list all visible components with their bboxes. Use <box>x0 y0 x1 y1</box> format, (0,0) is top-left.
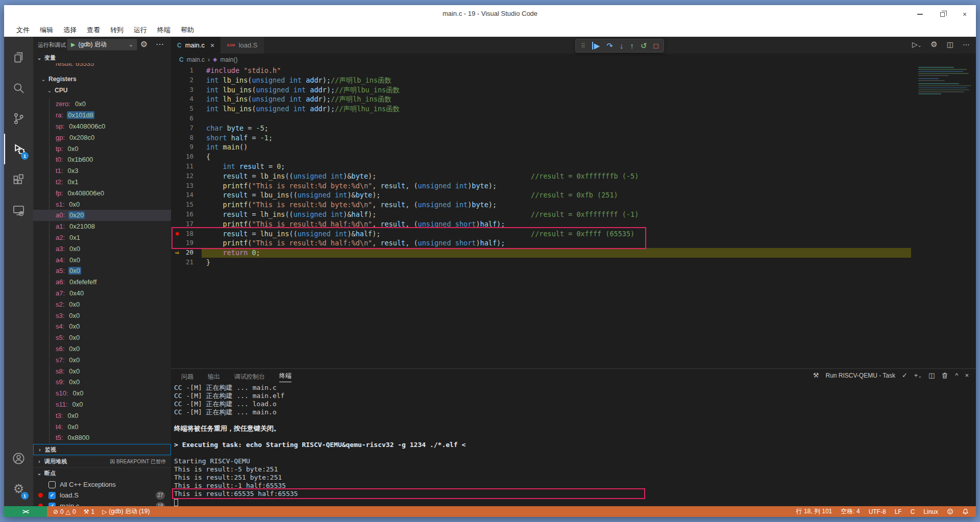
code-line[interactable]: 8short half = -1; <box>171 133 976 143</box>
encoding-setting[interactable]: UTF-8 <box>869 508 886 515</box>
breakpoint-checkbox[interactable] <box>48 481 56 488</box>
register-row[interactable]: tp:0x0 <box>33 143 171 154</box>
debug-settings-gear-icon[interactable]: ⚙ <box>140 39 148 49</box>
register-row[interactable]: a0:0x20 <box>33 210 171 221</box>
breakpoint-checkbox[interactable]: ✓ <box>48 492 56 499</box>
code-line[interactable]: 5int lhu_ins(unsigned int addr);//声明lhu_… <box>171 104 976 114</box>
code-line[interactable]: 6 <box>171 114 976 123</box>
split-editor-icon[interactable]: ◫ <box>947 40 953 48</box>
minimap[interactable] <box>917 66 974 97</box>
breakpoint-checkbox[interactable]: ✓ <box>48 503 56 507</box>
account-icon[interactable] <box>4 443 33 474</box>
debug-session-status[interactable]: ▷(gdb) 启动 (19) <box>102 507 150 516</box>
stop-icon[interactable]: □ <box>654 42 658 49</box>
breakpoints-section-header[interactable]: ⌄ 断点 <box>33 467 171 479</box>
register-row[interactable]: a2:0x1 <box>33 232 171 243</box>
code-line[interactable]: 11 int result = 0; <box>171 162 976 171</box>
language-mode[interactable]: C <box>911 508 915 515</box>
close-button[interactable]: × <box>953 5 976 23</box>
register-row[interactable]: fp:0x408006e0 <box>33 187 171 198</box>
start-debug-icon[interactable]: ▶ <box>71 41 75 48</box>
code-line[interactable]: 7char byte = -5; <box>171 123 976 133</box>
register-row[interactable]: s3:0x0 <box>33 310 171 321</box>
code-line[interactable]: 2int lb_ins(unsigned int addr);//声明lb_in… <box>171 76 976 85</box>
menu-item-运行[interactable]: 运行 <box>129 23 152 37</box>
register-row[interactable]: t4:0x0 <box>33 421 171 432</box>
register-row[interactable]: a3:0x0 <box>33 243 171 254</box>
panel-tab-问题[interactable]: 问题 <box>181 372 193 381</box>
code-line[interactable]: 1#include "stdio.h" <box>171 66 976 76</box>
code-line[interactable]: 14 result = lbu_ins((unsigned int)&byte)… <box>171 190 976 200</box>
menu-item-选择[interactable]: 选择 <box>58 23 82 37</box>
cpu-tree-item[interactable]: ⌄ CPU <box>46 87 67 94</box>
search-icon[interactable] <box>4 72 33 103</box>
register-row[interactable]: ra:0x101d8 <box>33 110 171 121</box>
problems-status[interactable]: ⊘0 △0 <box>53 508 76 515</box>
variables-section-header[interactable]: ⌄ 变量 <box>33 52 171 63</box>
code-line[interactable]: 15 printf("This is result:%d byte:%d\n",… <box>171 200 976 210</box>
register-row[interactable]: s11:0x0 <box>33 399 171 410</box>
split-terminal-icon[interactable]: ◫ <box>928 371 935 379</box>
register-row[interactable]: t5:0x8800 <box>33 432 171 443</box>
tab-load.S[interactable]: ASMload.S <box>220 37 264 54</box>
register-row[interactable]: a6:0xfefefeff <box>33 277 171 288</box>
debug-config-dropdown[interactable]: ▶ (gdb) 启动 ⌄ <box>67 39 137 51</box>
trash-icon[interactable] <box>941 372 948 379</box>
terminal-output[interactable]: CC -[M] 正在构建 ... main.cCC -[M] 正在构建 ... … <box>174 384 465 506</box>
register-row[interactable]: s4:0x0 <box>33 321 171 332</box>
remote-indicator[interactable]: >< <box>4 506 47 517</box>
code-line[interactable]: 10{ <box>171 152 976 162</box>
extensions-icon[interactable] <box>4 164 33 195</box>
source-control-icon[interactable] <box>4 103 33 134</box>
register-row[interactable]: a4:0x0 <box>33 254 171 265</box>
run-debug-icon[interactable]: 1 <box>4 134 33 164</box>
remote-icon[interactable] <box>4 195 33 226</box>
indentation-setting[interactable]: 空格: 4 <box>841 507 860 516</box>
menu-item-查看[interactable]: 查看 <box>82 23 105 37</box>
explorer-icon[interactable] <box>4 42 33 72</box>
panel-tab-输出[interactable]: 输出 <box>208 372 220 381</box>
register-row[interactable]: s9:0x0 <box>33 377 171 388</box>
code-line[interactable]: 9int main() <box>171 142 976 152</box>
code-line[interactable]: 12 result = lb_ins((unsigned int)&byte);… <box>171 171 976 181</box>
step-out-icon[interactable]: ↑ <box>630 42 634 49</box>
register-row[interactable]: zero:0x0 <box>33 98 171 110</box>
panel-tab-调试控制台[interactable]: 调试控制台 <box>234 372 265 381</box>
breakpoint-row[interactable]: ✓load.S27 <box>33 490 171 501</box>
maximize-panel-icon[interactable]: ^ <box>955 371 958 379</box>
register-row[interactable]: s6:0x0 <box>33 343 171 355</box>
register-row[interactable]: s10:0x0 <box>33 388 171 399</box>
register-row[interactable]: t0:0x1b600 <box>33 154 171 165</box>
eol-setting[interactable]: LF <box>895 508 902 515</box>
menu-item-编辑[interactable]: 编辑 <box>35 23 58 37</box>
callstack-section-header[interactable]: › 调用堆栈 因 BREAKPOINT 已暂停 <box>33 456 171 467</box>
new-terminal-icon[interactable]: +⌄ <box>914 371 922 379</box>
code-line[interactable]: 13 printf("This is result:%d byte:%d\n",… <box>171 181 976 191</box>
code-line[interactable]: 3int lbu_ins(unsigned int addr);//声明lbu_… <box>171 85 976 95</box>
register-row[interactable]: s8:0x0 <box>33 365 171 377</box>
more-actions-icon[interactable]: ⋯ <box>156 39 164 49</box>
breadcrumb[interactable]: C main.c › ◈ main() <box>171 54 976 65</box>
more-actions-icon[interactable]: ⋯ <box>963 40 970 48</box>
minimize-button[interactable] <box>909 5 931 23</box>
register-row[interactable]: s5:0x0 <box>33 332 171 343</box>
tab-main.c[interactable]: Cmain.c× <box>171 37 220 54</box>
register-row[interactable]: t2:0x1 <box>33 177 171 188</box>
menu-item-终端[interactable]: 终端 <box>152 23 176 37</box>
register-row[interactable]: a1:0x21008 <box>33 221 171 232</box>
register-row[interactable]: t1:0x3 <box>33 165 171 177</box>
code-line[interactable]: 16 result = lh_ins((unsigned int)&half);… <box>171 210 976 219</box>
notifications-bell-icon[interactable] <box>962 508 969 515</box>
registers-tree-item[interactable]: ⌄ Registers <box>40 76 77 83</box>
step-over-icon[interactable]: ↷ <box>606 42 613 49</box>
clipped-variable-row[interactable]: result: 65535 <box>33 63 171 69</box>
watch-section-header[interactable]: › 监视 <box>33 444 171 455</box>
panel-tab-终端[interactable]: 终端 <box>279 371 291 382</box>
close-tab-icon[interactable]: × <box>210 41 214 49</box>
restart-icon[interactable]: ↺ <box>641 42 647 49</box>
breakpoint-row[interactable]: ✓main.c18 <box>33 501 171 506</box>
register-row[interactable]: s1:0x0 <box>33 198 171 210</box>
register-row[interactable]: sp:0x408006c0 <box>33 121 171 132</box>
register-row[interactable]: s2:0x0 <box>33 299 171 310</box>
register-row[interactable]: a7:0x40 <box>33 288 171 299</box>
